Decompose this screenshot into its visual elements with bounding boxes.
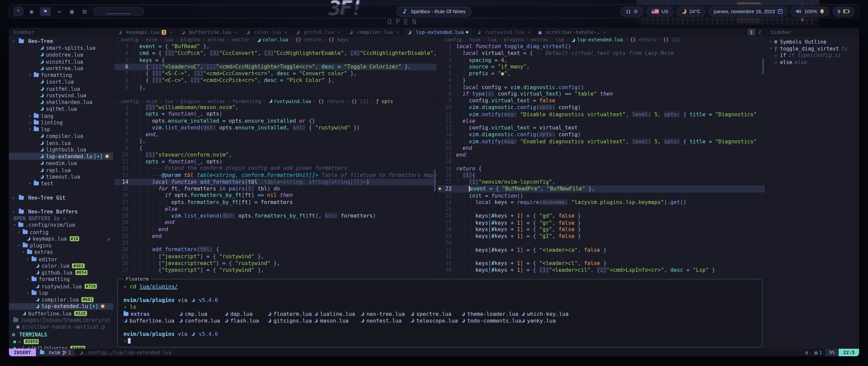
code-view-lsp-extended-lua[interactable]: 1local function toggle_diag_virtext()2│ … xyxy=(437,43,765,274)
tab-compiler-lua[interactable]: compiler.lua× xyxy=(345,28,404,37)
code-line[interactable]: 11│ │ vim.notify(msg: "Disable diagnosti… xyxy=(437,111,765,118)
file-entry[interactable]: flash.lua xyxy=(224,317,267,324)
code-line[interactable]: 3│ │ spacing = 4, xyxy=(437,57,765,63)
tree-item[interactable]: OPEN BUFFERS in ~ xyxy=(9,215,114,222)
prompt-input[interactable]: ________ xyxy=(93,7,144,15)
breadcrumb[interactable]: .config›nvim›lua›plugins›extras›formatti… xyxy=(114,97,437,104)
file-entry[interactable]: which-key.lua xyxy=(521,310,756,317)
code-line[interactable]: 3│ │ [1]"williamboman/mason.nvim", xyxy=(114,104,437,111)
code-line[interactable]: 3│ event = { "BufRead" }, xyxy=(114,43,437,50)
breadcrumb-segment[interactable]: editor xyxy=(232,37,250,42)
neo-tree-buffers-header[interactable]: ▾ Neo-Tree Buffers xyxy=(9,208,114,215)
neo-tree-git-header[interactable]: ▸ Neo-Tree Git xyxy=(9,195,114,201)
tree-item[interactable]: worktree.lua xyxy=(9,65,114,72)
breadcrumb-segment[interactable]: lua xyxy=(488,37,496,42)
file-path-segment[interactable]: .config/…/lsp/lsp-extended.lua xyxy=(75,349,175,357)
code-line[interactable]: 9│ │ config.virtual_text = false xyxy=(437,97,765,104)
tree-item[interactable]: lsp-extended.lu[+] xyxy=(9,153,114,160)
tree-item[interactable]: undotree.lua xyxy=(9,51,114,58)
breadcrumb-segment[interactable]: {} [1] xyxy=(663,37,680,42)
breadcrumb-segment[interactable]: plugins xyxy=(180,37,200,42)
code-line[interactable]: 19│ │ │ │ │ │ vim.list_extend(dst: opts.… xyxy=(114,212,437,219)
scrollbar[interactable] xyxy=(434,169,436,191)
tree-item[interactable]: ▣~#2859 xyxy=(9,338,114,345)
workspace-flag-icon[interactable]: ⚑ xyxy=(40,7,51,16)
code-line[interactable]: 7│ local config = vim.diagnostic.config(… xyxy=(437,84,765,90)
code-line[interactable]: 20│ [1]{ xyxy=(437,172,765,179)
file-entry[interactable]: dap.lua xyxy=(224,310,267,317)
file-entry[interactable]: theme-loader.lua xyxy=(461,310,521,317)
tree-item[interactable]: Juegos/Indies/SteamLibrary/st xyxy=(9,317,114,323)
breadcrumb-segment[interactable]: {} return xyxy=(295,37,321,42)
breadcrumb-segment[interactable]: extras xyxy=(208,37,225,42)
close-icon[interactable]: × xyxy=(170,29,173,35)
outline-item-else[interactable]: ◇elseelse xyxy=(766,59,859,65)
code-line[interactable]: 25│ │ │ │ ["javascript"] = { "rustywind"… xyxy=(114,253,437,260)
code-line[interactable]: 31│ │ │ keys[#keys + 1] = { "<leader>ca"… xyxy=(437,246,765,253)
tree-item[interactable]: compiler.lua xyxy=(9,133,114,139)
code-line[interactable]: 23│ │ init = function() xyxy=(437,192,765,199)
window-count-widget[interactable]: 11 ⚙ xyxy=(621,6,643,16)
code-line[interactable]: 11│ │ opts = function(_, opts) xyxy=(114,158,437,165)
code-line[interactable]: 12│ │ │ --- Extend the conform plugin co… xyxy=(114,165,437,172)
tree-item[interactable]: ▾.config/nvim/lua xyxy=(9,222,114,228)
code-line[interactable]: 6│ } xyxy=(437,77,765,84)
file-entry[interactable]: lualine.lua xyxy=(314,310,360,317)
outline-item-if[interactable]: ◇ifif type(config.vi xyxy=(766,52,859,59)
close-icon[interactable]: × xyxy=(284,29,288,35)
tree-item[interactable]: ▸linting xyxy=(9,119,114,126)
code-line[interactable]: 33│ │ │ keys[#keys + 1] = { "<leader>cl"… xyxy=(437,260,765,267)
code-line[interactable]: 12│ else xyxy=(437,118,765,124)
symbols-outline-header[interactable]: ▾ ▣ Symbols Outline xyxy=(766,38,859,45)
file-entry[interactable]: gitsigns.lua xyxy=(268,317,314,324)
file-entry[interactable]: cmp.lua xyxy=(179,310,224,317)
tree-item[interactable]: github.lua#654 xyxy=(9,269,114,276)
weather-widget[interactable]: 24°C xyxy=(677,6,706,16)
file-entry[interactable]: neo-tree.lua xyxy=(360,310,410,317)
code-line[interactable]: 26│ │ │ keys[#keys + 1] = { "gd", false … xyxy=(437,212,765,219)
file-entry[interactable]: todo-comments.lua xyxy=(461,317,521,324)
code-line[interactable]: 22│ │ │ end xyxy=(114,233,437,240)
code-line[interactable]: 24│ │ │ add_formatters(tbl: { xyxy=(114,246,437,253)
code-line[interactable]: 29│ │ │ keys[#keys + 1] = { "gI", false … xyxy=(437,233,765,240)
code-line[interactable]: 23 xyxy=(114,240,437,246)
code-line[interactable]: 9│ { xyxy=(114,145,437,151)
breadcrumb-segment[interactable]: {} return xyxy=(630,37,656,42)
code-line[interactable]: 4│ cmd = { [1]"CccPick", [2]"CccConvert"… xyxy=(114,50,437,57)
code-line[interactable]: 2│ local virtual_text = { -- Default vir… xyxy=(437,50,765,57)
tree-item[interactable]: rustywind.lua#726 xyxy=(9,283,114,289)
tree-item[interactable]: ▾lsp xyxy=(9,126,114,133)
code-line[interactable]: 15│ │ vim.notify(msg: "Enabled diagnosti… xyxy=(437,138,765,145)
code-line[interactable]: 17end xyxy=(437,151,765,158)
code-line[interactable]: 5│ keys = { xyxy=(114,57,437,63)
tab-lsp-extended-lua[interactable]: lsp-extended.lua● xyxy=(403,28,473,37)
tabpage-2[interactable]: 2 xyxy=(756,29,763,36)
code-line[interactable]: 10│ │ [1]"stevearc/conform.nvim", xyxy=(114,151,437,158)
code-line[interactable]: 25 xyxy=(437,206,765,212)
tree-item[interactable]: ▾extras xyxy=(9,249,114,256)
tree-item[interactable]: lightbulb.lua xyxy=(9,146,114,153)
close-icon[interactable]: × xyxy=(603,29,606,35)
tree-item[interactable]: ▦scrollbar-handle-vertical.p xyxy=(9,323,114,330)
breadcrumb-segment[interactable]: lua xyxy=(164,98,173,104)
breadcrumb-segment[interactable]: plugins xyxy=(504,37,524,42)
tree-item[interactable]: winshift.lua xyxy=(9,58,114,65)
code-view-color-lua[interactable]: 3│ event = { "BufRead" },4│ cmd = { [1]"… xyxy=(114,43,437,97)
tree-item[interactable]: ▸lang xyxy=(9,112,114,119)
file-entry[interactable]: bufferline.lua xyxy=(123,317,179,324)
code-line[interactable]: 27│ │ │ keys[#keys + 1] = { "gr", false … xyxy=(437,219,765,226)
breadcrumb-segment[interactable]: color.lua xyxy=(257,37,288,42)
tab-rustywind-lua[interactable]: rustywind.lua× xyxy=(473,28,535,37)
code-line[interactable]: 8│ │ { [1]"<C-c>", [2]"<cmd>CccPick<cr>"… xyxy=(114,77,437,84)
tab-scrollbar-handle-[interactable]: ▦scrollbar-handle-…× xyxy=(535,28,610,37)
tree-item[interactable]: rustfmt.lua xyxy=(9,85,114,92)
file-entry[interactable]: mason.lua xyxy=(314,317,360,324)
file-entry[interactable]: spectre.lua xyxy=(410,310,461,317)
breadcrumb-segment[interactable]: extras xyxy=(531,37,548,42)
directory-entry[interactable]: extras xyxy=(123,310,179,317)
date-widget[interactable]: jueves, noviembre 16, 2023 xyxy=(709,6,788,16)
tree-item[interactable]: sqlfmt.lua xyxy=(9,105,114,112)
breadcrumb-segment[interactable]: nvim xyxy=(146,98,157,104)
code-line[interactable]: 8│ }, xyxy=(114,138,437,145)
record-icon[interactable]: ◉ xyxy=(27,7,36,16)
